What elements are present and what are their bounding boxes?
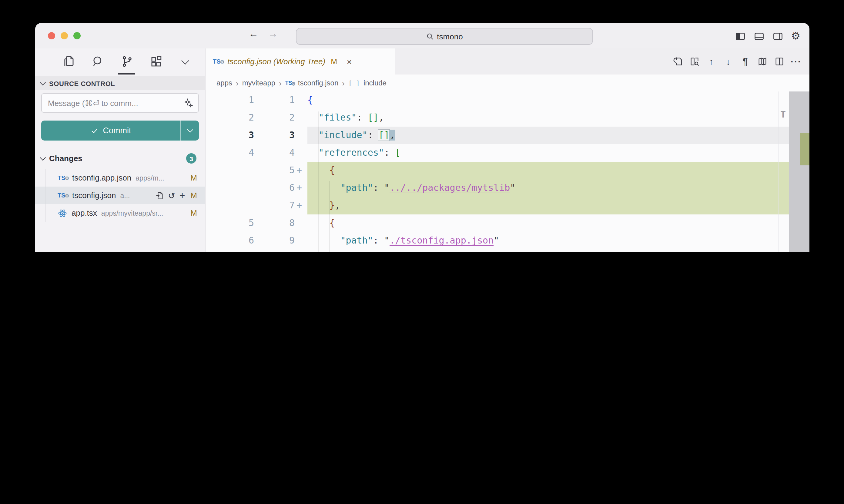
code-content: } <box>307 250 789 252</box>
close-window-button[interactable] <box>48 32 55 39</box>
breadcrumb-item[interactable]: apps <box>217 79 232 87</box>
changes-list: TS⚙tsconfig.app.jsonapps/m...MTS⚙tsconfi… <box>35 169 205 222</box>
commit-message-input[interactable]: Message (⌘⏎ to comm... <box>41 93 199 113</box>
code-content: }, <box>307 197 789 214</box>
typescript-icon: TS⚙ <box>285 78 294 88</box>
maximize-window-button[interactable] <box>73 32 81 39</box>
sparkle-icon[interactable] <box>184 98 193 108</box>
file-actions: ↺+ <box>155 191 185 200</box>
search-value: tsmono <box>437 32 463 41</box>
breadcrumb-separator: › <box>279 78 282 88</box>
old-line-number <box>206 179 254 197</box>
code-token: " <box>384 235 390 246</box>
close-icon[interactable]: × <box>347 57 352 66</box>
path-link: ../../packages/mytslib <box>390 182 510 193</box>
code-token: " <box>510 182 515 193</box>
commit-button[interactable]: Commit <box>41 121 199 141</box>
forward-icon[interactable]: → <box>268 29 278 39</box>
stage-icon[interactable]: + <box>179 191 185 200</box>
paragraph-icon[interactable]: ¶ <box>740 56 751 67</box>
source-control-section-header[interactable]: SOURCE CONTROL <box>35 76 205 90</box>
gear-icon[interactable]: ⚙ <box>791 30 800 42</box>
breadcrumb-item[interactable]: myviteapp <box>242 79 275 87</box>
new-line-number: 2 <box>254 109 295 127</box>
code-content: { <box>307 162 789 179</box>
file-name: tsconfig.app.json <box>72 173 131 182</box>
additional-views-icon[interactable] <box>178 49 192 74</box>
file-path: a... <box>120 192 151 199</box>
new-line-number: 5 <box>254 162 295 179</box>
gear-icon: ⚙ <box>291 79 296 88</box>
added-line-plus <box>295 250 307 252</box>
window-controls <box>48 32 81 39</box>
minimize-window-button[interactable] <box>61 32 68 39</box>
diff-editor[interactable]: 11{22 "files": [],33 "include": [],44 "r… <box>206 91 809 252</box>
toggle-secondary-sidebar-icon[interactable] <box>773 31 783 41</box>
json-key: "path" <box>340 182 373 193</box>
code-line: 44 "references": [ <box>206 144 809 162</box>
changes-label: Changes <box>49 154 83 163</box>
old-line-number <box>206 162 254 179</box>
code-token <box>307 235 340 246</box>
back-icon[interactable]: ← <box>248 29 258 39</box>
command-center-search[interactable]: tsmono <box>296 28 593 45</box>
old-line-number: 2 <box>206 109 254 127</box>
json-key: "path" <box>340 235 373 246</box>
inline-view-icon[interactable] <box>689 56 700 67</box>
file-path: apps/m... <box>136 174 186 181</box>
changed-file-row[interactable]: app.tsxapps/myviteapp/sr...M <box>35 204 205 222</box>
breadcrumb-item[interactable]: tsconfig.json <box>298 79 338 87</box>
tab-tsconfig-working-tree[interactable]: TS⚙ tsconfig.json (Working Tree) M × <box>206 49 395 74</box>
old-line-number: 3 <box>206 127 254 144</box>
code-token <box>307 112 318 123</box>
added-line-plus <box>295 232 307 250</box>
old-line-number: 5 <box>206 214 254 232</box>
editor-scrollbar[interactable] <box>789 91 809 252</box>
code-token: " <box>494 235 499 246</box>
commit-dropdown-button[interactable] <box>180 121 199 141</box>
breadcrumb-separator: › <box>236 78 239 88</box>
open-changes-icon[interactable] <box>672 56 683 67</box>
history-nav: ← → <box>248 29 278 39</box>
gear-icon: ⚙ <box>65 174 69 183</box>
more-actions-icon[interactable]: ··· <box>791 56 802 67</box>
map-icon[interactable] <box>757 56 768 67</box>
code-line: 58 { <box>206 214 809 232</box>
added-line-plus <box>295 91 307 109</box>
file-name: app.tsx <box>71 209 97 217</box>
explorer-icon[interactable] <box>62 49 75 74</box>
minimap-preview: T <box>780 110 786 119</box>
code-content: "references": [ <box>307 144 789 162</box>
editor-actions: ↑ ↓ ¶ ··· <box>672 49 809 74</box>
extensions-icon[interactable] <box>149 49 162 74</box>
new-line-number: 7 <box>254 197 295 214</box>
new-line-number: 1 <box>254 91 295 109</box>
code-content: { <box>307 214 789 232</box>
new-line-number: 6 <box>254 179 295 197</box>
commit-button-label: Commit <box>103 126 131 135</box>
indent-guide <box>318 111 319 252</box>
source-control-view-icon[interactable] <box>120 49 133 74</box>
previous-change-icon[interactable]: ↑ <box>706 56 717 67</box>
code-content: "path": "../../packages/mytslib" <box>307 179 789 197</box>
old-line-number: 4 <box>206 144 254 162</box>
split-editor-icon[interactable] <box>774 56 785 67</box>
tab-modified-badge: M <box>331 57 337 66</box>
modified-badge: M <box>190 173 197 182</box>
code-content: { <box>307 91 789 109</box>
new-line-number: 3 <box>254 127 295 144</box>
new-line-number: 4 <box>254 144 295 162</box>
open-file-icon[interactable] <box>155 191 164 200</box>
discard-icon[interactable]: ↺ <box>168 191 175 200</box>
code-token: [ <box>395 147 400 158</box>
code-token: , <box>335 200 340 211</box>
changes-header[interactable]: Changes 3 <box>35 151 205 166</box>
code-content: "include": [], <box>307 127 789 144</box>
changed-file-row[interactable]: TS⚙tsconfig.jsona...↺+M <box>35 186 205 204</box>
toggle-sidebar-icon[interactable] <box>735 31 746 41</box>
changed-file-row[interactable]: TS⚙tsconfig.app.jsonapps/m...M <box>35 169 205 186</box>
search-view-icon[interactable] <box>91 49 104 74</box>
toggle-panel-icon[interactable] <box>754 31 764 41</box>
next-change-icon[interactable]: ↓ <box>723 56 734 67</box>
breadcrumb-item[interactable]: include <box>363 79 386 87</box>
